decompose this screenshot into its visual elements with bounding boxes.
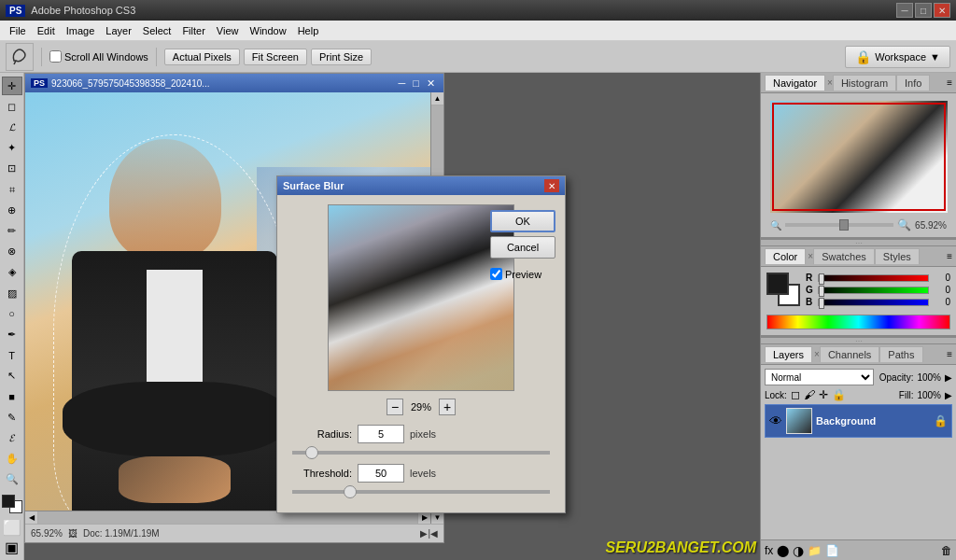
- blend-mode-select[interactable]: Normal: [765, 369, 874, 385]
- tool-shape[interactable]: ■: [2, 387, 22, 406]
- add-mask-button[interactable]: ⬤: [777, 544, 789, 557]
- doc-close[interactable]: ✕: [424, 77, 438, 90]
- tool-text[interactable]: T: [2, 346, 22, 365]
- tool-zoom[interactable]: 🔍: [2, 470, 22, 489]
- quick-mask-button[interactable]: ⬜: [3, 519, 21, 537]
- tool-magic-wand[interactable]: ✦: [2, 139, 22, 158]
- menu-image[interactable]: Image: [61, 23, 101, 38]
- tool-clone[interactable]: ⊗: [2, 243, 22, 261]
- scroll-up-arrow[interactable]: ▲: [431, 92, 443, 105]
- lock-all-icon[interactable]: 🔒: [832, 388, 846, 401]
- foreground-color[interactable]: [766, 273, 789, 295]
- b-slider[interactable]: [818, 299, 929, 306]
- menu-view[interactable]: View: [211, 23, 245, 38]
- opacity-more[interactable]: ▶: [945, 372, 952, 383]
- panel-menu-icon[interactable]: ≡: [947, 77, 952, 88]
- tool-options-icon[interactable]: [6, 43, 34, 71]
- threshold-slider-row[interactable]: [287, 490, 555, 494]
- tool-brush[interactable]: ✏: [2, 221, 22, 240]
- scroll-end[interactable]: |◀: [428, 528, 438, 539]
- menu-filter[interactable]: Filter: [176, 23, 210, 38]
- tool-eyedropper[interactable]: 𝓔: [2, 428, 22, 447]
- preview-checkbox[interactable]: [490, 268, 502, 280]
- fit-screen-button[interactable]: Fit Screen: [244, 49, 307, 65]
- add-group-button[interactable]: 📁: [808, 544, 822, 557]
- close-button[interactable]: ✕: [934, 3, 950, 18]
- tool-lasso[interactable]: 𝓛: [2, 118, 22, 136]
- nav-zoom-thumb[interactable]: [839, 219, 849, 231]
- foreground-color-swatch[interactable]: [2, 495, 15, 508]
- tool-gradient[interactable]: ▨: [2, 284, 22, 302]
- tab-swatches[interactable]: Swatches: [813, 248, 875, 264]
- workspace-button[interactable]: 🔒 Workspace ▼: [845, 46, 950, 68]
- tab-navigator[interactable]: Navigator: [765, 75, 825, 91]
- radius-slider-row[interactable]: [287, 451, 555, 455]
- tab-histogram[interactable]: Histogram: [833, 75, 896, 91]
- layer-visibility-icon[interactable]: 👁: [769, 413, 782, 428]
- layer-background[interactable]: 👁 Background 🔒: [765, 404, 952, 438]
- b-thumb[interactable]: [819, 298, 824, 309]
- fg-bg-tool[interactable]: [2, 495, 22, 513]
- radius-input[interactable]: [358, 425, 404, 443]
- layers-panel-menu[interactable]: ≡: [947, 349, 952, 359]
- menu-layer[interactable]: Layer: [100, 23, 137, 38]
- add-adjustment-button[interactable]: ◑: [793, 543, 804, 558]
- panel-divider-2[interactable]: ⋯: [761, 337, 956, 344]
- scroll-all-checkbox[interactable]: [49, 50, 62, 63]
- preview-checkbox-label[interactable]: Preview: [490, 268, 555, 280]
- menu-select[interactable]: Select: [137, 23, 177, 38]
- panel-divider-1[interactable]: ⋯: [761, 239, 956, 246]
- tool-crop[interactable]: ⊡: [2, 160, 22, 178]
- dialog-close-button[interactable]: ✕: [544, 179, 559, 192]
- tool-dodge[interactable]: ○: [2, 304, 22, 323]
- zoom-in-button[interactable]: +: [439, 399, 456, 415]
- tool-selection[interactable]: ◻: [2, 97, 22, 116]
- menu-file[interactable]: File: [4, 23, 32, 38]
- zoom-out-button[interactable]: −: [387, 399, 403, 415]
- delete-layer-button[interactable]: 🗑: [941, 544, 952, 557]
- tool-slice[interactable]: ⌗: [2, 180, 22, 199]
- color-spectrum[interactable]: [766, 315, 950, 329]
- r-slider[interactable]: [818, 274, 929, 282]
- radius-slider[interactable]: [292, 451, 550, 455]
- tool-hand[interactable]: ✋: [2, 450, 22, 469]
- tool-move[interactable]: ✛: [2, 77, 22, 95]
- menu-edit[interactable]: Edit: [32, 23, 61, 38]
- print-size-button[interactable]: Print Size: [311, 49, 372, 65]
- actual-pixels-button[interactable]: Actual Pixels: [164, 49, 240, 65]
- nav-zoom-out[interactable]: 🔍: [770, 220, 781, 231]
- lock-image-icon[interactable]: 🖌: [804, 388, 815, 401]
- fill-more[interactable]: ▶: [945, 390, 952, 400]
- threshold-input[interactable]: [358, 464, 404, 483]
- doc-maximize[interactable]: □: [410, 77, 422, 90]
- threshold-slider[interactable]: [292, 490, 550, 494]
- screen-mode-button[interactable]: ▣: [5, 539, 19, 556]
- tool-healing[interactable]: ⊕: [2, 201, 22, 219]
- color-panel-menu[interactable]: ≡: [947, 251, 952, 261]
- menu-help[interactable]: Help: [292, 23, 325, 38]
- nav-zoom-in[interactable]: 🔍: [897, 218, 911, 231]
- scroll-progress[interactable]: ▶: [420, 528, 428, 539]
- scroll-all-label[interactable]: Scroll All Windows: [49, 50, 148, 63]
- tab-layers[interactable]: Layers: [765, 346, 812, 362]
- tab-color[interactable]: Color: [765, 248, 806, 264]
- r-thumb[interactable]: [819, 273, 824, 285]
- tab-info[interactable]: Info: [896, 75, 930, 91]
- menu-window[interactable]: Window: [245, 23, 292, 38]
- tool-eraser[interactable]: ◈: [2, 263, 22, 282]
- minimize-button[interactable]: ─: [896, 3, 913, 18]
- maximize-button[interactable]: □: [915, 3, 932, 18]
- g-thumb[interactable]: [819, 286, 824, 297]
- radius-slider-thumb[interactable]: [305, 446, 318, 459]
- tool-notes[interactable]: ✎: [2, 408, 22, 427]
- add-style-button[interactable]: fx: [765, 544, 773, 557]
- tab-paths[interactable]: Paths: [879, 346, 922, 362]
- tool-pen[interactable]: ✒: [2, 325, 22, 343]
- threshold-slider-thumb[interactable]: [344, 485, 357, 498]
- lock-transparent-icon[interactable]: ◻: [791, 388, 800, 401]
- scroll-left-arrow[interactable]: ◀: [25, 511, 38, 525]
- g-slider[interactable]: [818, 287, 929, 294]
- tool-path-selection[interactable]: ↖: [2, 367, 22, 385]
- cancel-button[interactable]: Cancel: [490, 236, 555, 259]
- ok-button[interactable]: OK: [490, 210, 555, 232]
